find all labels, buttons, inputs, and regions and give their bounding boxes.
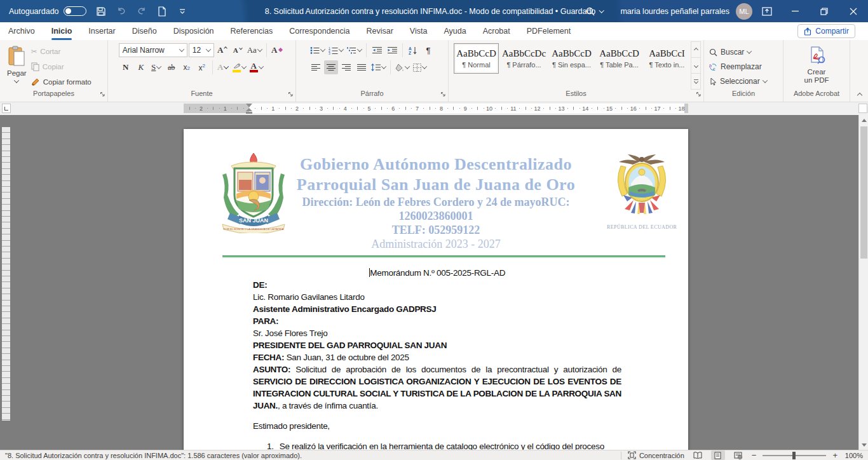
scroll-down-button[interactable] <box>859 440 868 450</box>
zoom-in-button[interactable]: + <box>832 450 837 460</box>
styles-dialog-launcher[interactable] <box>696 91 702 97</box>
format-painter-button[interactable]: Copiar formato <box>31 76 92 88</box>
tab-disposición[interactable]: Disposición <box>165 22 222 40</box>
print-layout-button[interactable] <box>711 450 725 460</box>
paragraph-dialog-launcher[interactable] <box>440 91 446 97</box>
character-count-status[interactable]: "8. Solicitud Autorización contra y reso… <box>5 452 302 459</box>
align-center-button[interactable] <box>324 60 338 74</box>
underline-button[interactable]: S <box>149 60 163 74</box>
minimize-button[interactable] <box>780 0 810 22</box>
tab-archivo[interactable]: Archivo <box>0 22 43 40</box>
shrink-font-button[interactable]: A <box>231 43 245 57</box>
find-button[interactable]: Buscar <box>709 46 767 58</box>
svg-text:3: 3 <box>329 51 330 55</box>
tab-insertar[interactable]: Insertar <box>80 22 123 40</box>
italic-button[interactable]: K <box>134 60 148 74</box>
style--texto-in-[interactable]: AaBbCcI¶ Texto in... <box>644 43 689 74</box>
numbering-button[interactable]: 123 <box>327 43 344 57</box>
tab-inicio[interactable]: Inicio <box>43 22 81 40</box>
scroll-up-button[interactable] <box>859 115 868 125</box>
grow-font-button[interactable]: A <box>215 43 229 57</box>
document-letterhead: Gobierno Autónomo Descentralizado Parroq… <box>184 154 688 251</box>
vertical-ruler[interactable] <box>2 127 10 421</box>
font-dialog-launcher[interactable] <box>288 91 294 97</box>
paste-button[interactable]: Pegar <box>3 43 31 90</box>
paste-dropdown-icon[interactable] <box>14 78 19 83</box>
change-case-button[interactable]: Aa <box>246 43 263 57</box>
styles-scroll-up[interactable] <box>691 42 700 58</box>
acrobat-pdf-icon <box>806 46 827 66</box>
document-page[interactable]: SAN JUAN POR EL HONOR Y LA GRANDEZA DE L… <box>184 129 688 450</box>
close-button[interactable] <box>839 0 868 22</box>
read-mode-button[interactable] <box>691 450 705 460</box>
collapse-ribbon-button[interactable] <box>858 91 862 98</box>
multilevel-list-button[interactable] <box>346 43 363 57</box>
first-line-indent-marker[interactable] <box>246 104 252 107</box>
autosave-toggle[interactable]: Autoguardado <box>9 6 86 16</box>
justify-button[interactable] <box>355 60 369 74</box>
line-spacing-button[interactable] <box>370 60 387 74</box>
style--table-pa-[interactable]: AaBbCcD¶ Table Pa... <box>597 43 642 74</box>
window-title[interactable]: 8. Solicitud Autorización contra y resol… <box>265 7 604 16</box>
style--sin-espa-[interactable]: AaBbCcD¶ Sin espa... <box>549 43 594 74</box>
save-icon[interactable] <box>95 6 107 17</box>
decrease-indent-button[interactable] <box>370 43 384 57</box>
font-size-combo[interactable]: 12 <box>189 43 214 57</box>
horizontal-ruler[interactable]: 21123456789101112131415161718 <box>0 102 868 115</box>
bold-button[interactable]: N <box>119 60 133 74</box>
superscript-button[interactable]: x2 <box>195 60 209 74</box>
styles-scroll-down[interactable] <box>691 58 700 74</box>
borders-button[interactable] <box>412 60 428 74</box>
tab-acrobat[interactable]: Acrobat <box>475 22 519 40</box>
vertical-scrollbar[interactable] <box>858 115 868 450</box>
align-right-button[interactable] <box>339 60 353 74</box>
shading-button[interactable] <box>394 60 410 74</box>
tab-referencias[interactable]: Referencias <box>222 22 281 40</box>
zoom-out-button[interactable]: − <box>752 450 757 460</box>
styles-more-button[interactable] <box>691 74 700 89</box>
style--normal[interactable]: AaBbCcD¶ Normal <box>454 43 499 74</box>
strikethrough-button[interactable]: ab <box>165 60 179 74</box>
tab-selector-button[interactable] <box>2 104 11 113</box>
tab-correspondencia[interactable]: Correspondencia <box>281 22 358 40</box>
hanging-indent-marker[interactable] <box>246 108 252 111</box>
tab-ayuda[interactable]: Ayuda <box>435 22 474 40</box>
web-layout-button[interactable] <box>731 450 745 460</box>
create-pdf-button[interactable]: Crearun PDF <box>800 43 834 90</box>
show-marks-button[interactable]: ¶ <box>421 43 435 57</box>
scrollbar-thumb[interactable] <box>860 126 867 259</box>
ribbon-display-options-icon[interactable] <box>761 6 773 17</box>
tab-revisar[interactable]: Revisar <box>358 22 401 40</box>
bullets-button[interactable] <box>309 43 326 57</box>
focus-mode-button[interactable]: Concentración <box>628 451 684 459</box>
zoom-level[interactable]: 100% <box>844 452 863 459</box>
style--párrafo-[interactable]: AaBbCcDc¶ Párrafo... <box>501 43 546 74</box>
tab-vista[interactable]: Vista <box>402 22 436 40</box>
autosave-switch-icon[interactable] <box>64 6 86 16</box>
zoom-slider-thumb[interactable] <box>792 452 796 459</box>
select-button[interactable]: Seleccionar <box>709 75 767 88</box>
tab-diseño[interactable]: Diseño <box>124 22 165 40</box>
align-left-button[interactable] <box>309 60 323 74</box>
font-color-button[interactable]: A <box>248 60 264 74</box>
highlight-color-button[interactable] <box>231 60 247 74</box>
org-ruc: 1260023860001 <box>184 209 688 223</box>
document-icon[interactable] <box>156 6 168 17</box>
quick-access-more-icon[interactable] <box>177 6 188 17</box>
left-indent-marker[interactable] <box>246 112 252 114</box>
increase-indent-button[interactable] <box>385 43 399 57</box>
document-body[interactable]: Memorándum N.º 005-2025-RGL-ADDE:Lic. Ro… <box>253 267 621 450</box>
sort-button[interactable]: AZ <box>406 43 420 57</box>
avatar[interactable]: ML <box>736 3 752 20</box>
user-name[interactable]: maria lourdes peñafiel parrales <box>620 7 729 16</box>
clear-formatting-button[interactable]: A <box>270 43 285 57</box>
font-family-combo[interactable]: Arial Narrow <box>119 43 187 57</box>
ribbon: Pegar ✂ Cortar Copiar Copiar formato Por… <box>0 40 868 102</box>
maximize-button[interactable] <box>810 0 839 22</box>
clipboard-dialog-launcher[interactable] <box>100 91 105 97</box>
subscript-button[interactable]: x2 <box>180 60 194 74</box>
tab-pdfelement[interactable]: PDFelement <box>519 22 579 40</box>
replace-button[interactable]: bc Reemplazar <box>709 60 767 73</box>
share-button[interactable]: Compartir <box>797 24 855 38</box>
zoom-slider[interactable] <box>763 455 826 456</box>
